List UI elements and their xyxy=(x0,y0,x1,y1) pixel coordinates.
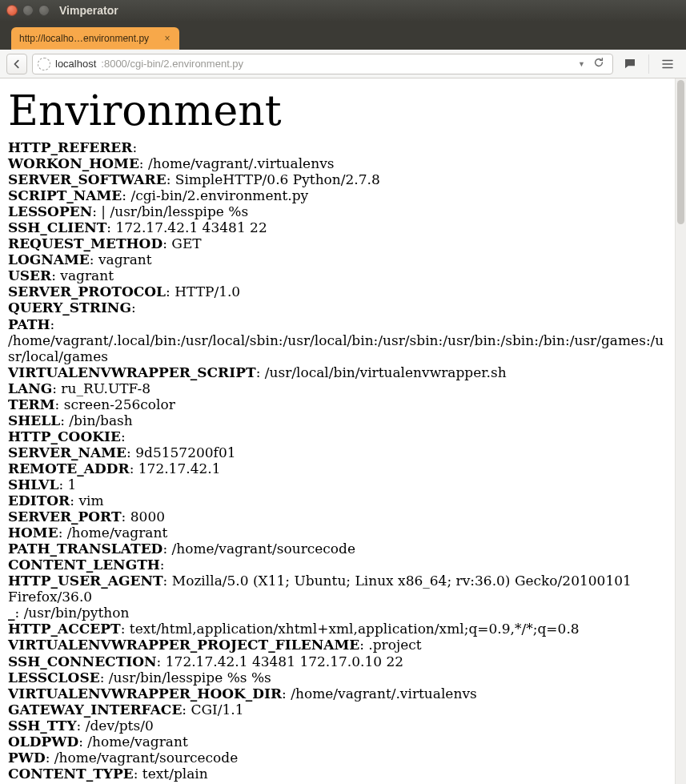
toolbar-separator xyxy=(648,54,649,74)
env-value: vagrant xyxy=(60,267,114,283)
env-key: LESSOPEN xyxy=(8,203,92,219)
env-row: VIRTUALENVWRAPPER_SCRIPT: /usr/local/bin… xyxy=(8,364,670,380)
env-row: SSH_CONNECTION: 172.17.42.1 43481 172.17… xyxy=(8,653,670,669)
env-row: REQUEST_METHOD: GET xyxy=(8,235,670,251)
env-value: /usr/local/bin/virtualenvwrapper.sh xyxy=(265,364,507,380)
env-value: /home/vagrant xyxy=(87,734,187,750)
env-key: SERVER_PROTOCOL xyxy=(8,283,166,300)
env-key: SSH_TTY xyxy=(8,718,77,734)
env-row: SHELL: /bin/bash xyxy=(8,412,670,428)
env-row: PATH_TRANSLATED: /home/vagrant/sourcecod… xyxy=(8,541,670,557)
env-row: PWD: /home/vagrant/sourcecode xyxy=(8,750,670,766)
env-key: PATH_TRANSLATED xyxy=(8,541,162,557)
env-key: SERVER_SOFTWARE xyxy=(8,171,166,187)
chat-icon[interactable] xyxy=(618,54,642,74)
env-key: _ xyxy=(8,605,15,621)
env-row: HTTP_USER_AGENT: Mozilla/5.0 (X11; Ubunt… xyxy=(8,573,670,605)
env-value: screen-256color xyxy=(64,396,175,412)
env-value: /home/vagrant xyxy=(67,525,167,541)
env-value: ru_RU.UTF-8 xyxy=(61,380,150,396)
env-value: /dev/pts/0 xyxy=(86,718,154,734)
env-row: USER: vagrant xyxy=(8,267,670,283)
env-row: SERVER_SOFTWARE: SimpleHTTP/0.6 Python/2… xyxy=(8,171,670,187)
env-row: SSH_TTY: /dev/pts/0 xyxy=(8,718,670,734)
browser-tab[interactable]: http://localho…environment.py × xyxy=(11,27,179,50)
env-value: vagrant xyxy=(98,251,152,267)
env-key: USER xyxy=(8,267,51,283)
hamburger-menu-icon[interactable] xyxy=(656,54,680,74)
env-value: /usr/bin/python xyxy=(24,605,130,621)
env-key: REQUEST_METHOD xyxy=(8,235,162,251)
env-value: /home/vagrant/.virtualenvs xyxy=(291,685,476,702)
back-button[interactable] xyxy=(6,54,27,74)
vertical-scrollbar[interactable] xyxy=(675,78,686,784)
window-maximize-icon[interactable] xyxy=(38,5,50,16)
env-value: /home/vagrant/sourcecode xyxy=(172,541,356,557)
env-row: SCRIPT_NAME: /cgi-bin/2.environment.py xyxy=(8,187,670,203)
env-key: TERM xyxy=(8,396,55,412)
window-minimize-icon[interactable] xyxy=(22,5,34,16)
env-row: LESSCLOSE: /usr/bin/lesspipe %s %s xyxy=(8,669,670,685)
env-row: SERVER_NAME: 9d5157200f01 xyxy=(8,444,670,460)
env-row: REMOTE_ADDR: 172.17.42.1 xyxy=(8,460,670,476)
env-value: /home/vagrant/.local/bin:/usr/local/sbin… xyxy=(8,332,664,364)
env-key: SSH_CLIENT xyxy=(8,219,106,235)
env-row: SERVER_PORT: 8000 xyxy=(8,509,670,525)
env-row: SERVER_PROTOCOL: HTTP/1.0 xyxy=(8,283,670,300)
reload-icon[interactable] xyxy=(590,57,608,70)
env-key: HTTP_REFERER xyxy=(8,139,132,155)
page-viewport: Environment HTTP_REFERER: WORKON_HOME: /… xyxy=(0,78,686,784)
env-row: LANG: ru_RU.UTF-8 xyxy=(8,380,670,396)
env-key: VIRTUALENVWRAPPER_HOOK_DIR xyxy=(8,685,282,702)
env-key: VIRTUALENVWRAPPER_PROJECT_FILENAME xyxy=(8,637,359,653)
env-row: HTTP_REFERER: xyxy=(8,139,670,155)
env-value: /bin/bash xyxy=(69,412,132,428)
env-value: 172.17.42.1 43481 172.17.0.10 22 xyxy=(166,653,403,669)
env-row: LESSOPEN: | /usr/bin/lesspipe %s xyxy=(8,203,670,219)
page-content: Environment HTTP_REFERER: WORKON_HOME: /… xyxy=(0,78,675,784)
scrollbar-thumb[interactable] xyxy=(677,80,684,224)
env-key: EDITOR xyxy=(8,493,70,509)
env-value: 172.17.42.1 xyxy=(138,460,221,476)
env-value: 1 xyxy=(68,476,77,493)
env-value: /home/vagrant/sourcecode xyxy=(54,750,239,766)
env-key: HTTP_COOKIE xyxy=(8,428,121,444)
env-key: SHLVL xyxy=(8,476,58,493)
page-heading: Environment xyxy=(8,86,670,135)
env-key: SSH_CONNECTION xyxy=(8,653,157,669)
env-row: VIRTUALENVWRAPPER_HOOK_DIR: /home/vagran… xyxy=(8,685,670,702)
env-value: .project xyxy=(368,637,421,653)
env-value: text/html,application/xhtml+xml,applicat… xyxy=(130,621,580,637)
tab-close-icon[interactable]: × xyxy=(162,33,173,44)
identity-globe-icon[interactable] xyxy=(38,58,50,70)
env-row: TERM: screen-256color xyxy=(8,396,670,412)
env-row: LOGNAME: vagrant xyxy=(8,251,670,267)
env-row: GATEWAY_INTERFACE: CGI/1.1 xyxy=(8,702,670,718)
env-key: SERVER_NAME xyxy=(8,444,126,460)
env-key: PWD xyxy=(8,750,46,766)
window-close-icon[interactable] xyxy=(6,5,18,16)
env-key: LESSCLOSE xyxy=(8,669,100,685)
env-value: GET xyxy=(171,235,201,251)
env-key: VIRTUALENVWRAPPER_SCRIPT xyxy=(8,364,256,380)
env-value: /usr/bin/lesspipe %s %s xyxy=(109,669,271,685)
env-value: text/plain xyxy=(142,766,208,782)
env-row: SHLVL: 1 xyxy=(8,476,670,493)
env-row: EDITOR: vim xyxy=(8,493,670,509)
env-row: WORKON_HOME: /home/vagrant/.virtualenvs xyxy=(8,155,670,171)
env-row: SSH_CLIENT: 172.17.42.1 43481 22 xyxy=(8,219,670,235)
env-key: SERVER_PORT xyxy=(8,509,122,525)
env-key: OLDPWD xyxy=(8,734,78,750)
url-dropdown-icon[interactable]: ▼ xyxy=(578,60,585,68)
env-value: vim xyxy=(78,493,103,509)
env-row: HTTP_ACCEPT: text/html,application/xhtml… xyxy=(8,621,670,637)
env-row: VIRTUALENVWRAPPER_PROJECT_FILENAME: .pro… xyxy=(8,637,670,653)
env-key: WORKON_HOME xyxy=(8,155,139,171)
env-row: CONTENT_TYPE: text/plain xyxy=(8,766,670,782)
env-key: CONTENT_TYPE xyxy=(8,766,134,782)
window-titlebar: Vimperator xyxy=(0,0,686,21)
env-key: LANG xyxy=(8,380,52,396)
url-bar[interactable]: localhost:8000/cgi-bin/2.environment.py … xyxy=(32,54,613,74)
env-key: HOME xyxy=(8,525,58,541)
env-value: | /usr/bin/lesspipe %s xyxy=(101,203,248,219)
